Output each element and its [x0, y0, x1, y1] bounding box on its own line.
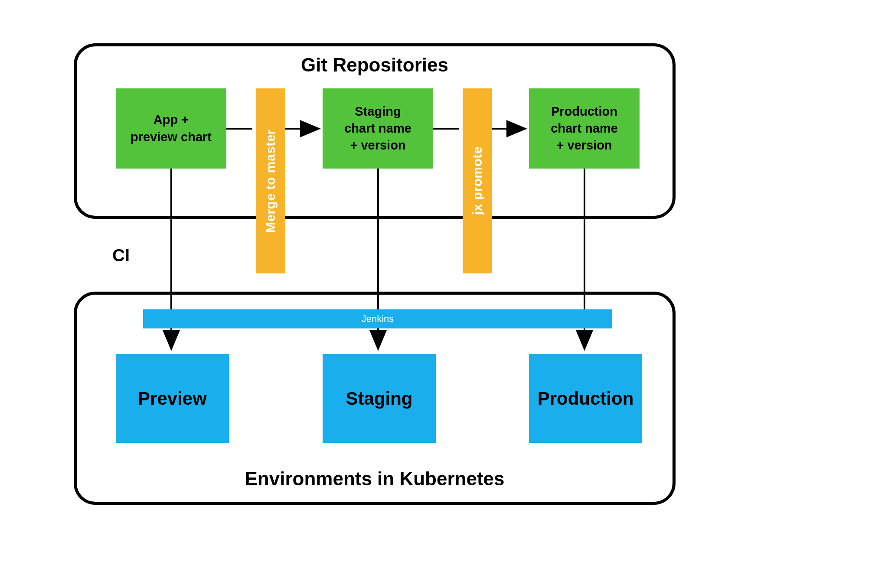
repo-staging-chart: Staging chart name + version — [323, 88, 433, 169]
git-repositories-title: Git Repositories — [77, 54, 673, 76]
environments-title: Environments in Kubernetes — [77, 468, 673, 490]
repo-production-chart: Production chart name + version — [529, 88, 640, 169]
transition-merge-to-master: Merge to master — [256, 88, 285, 273]
jenkins-label: Jenkins — [362, 313, 394, 325]
jenkins-bar: Jenkins — [143, 309, 612, 328]
repo-app-preview-chart: App + preview chart — [116, 88, 226, 169]
repo-staging-label: Staging chart name + version — [344, 103, 411, 154]
diagram-canvas: Git Repositories Environments in Kuberne… — [0, 0, 888, 588]
env-production-label: Production — [538, 388, 634, 409]
env-staging: Staging — [323, 354, 436, 443]
env-preview-label: Preview — [138, 388, 207, 409]
promote-label: jx promote — [470, 146, 485, 215]
env-production: Production — [529, 354, 642, 443]
repo-production-label: Production chart name + version — [551, 103, 618, 154]
ci-label: CI — [112, 246, 130, 265]
repo-app-label: App + preview chart — [131, 111, 212, 145]
env-staging-label: Staging — [346, 388, 413, 409]
env-preview: Preview — [116, 354, 229, 443]
transition-jx-promote: jx promote — [463, 88, 492, 273]
merge-label: Merge to master — [263, 129, 278, 233]
